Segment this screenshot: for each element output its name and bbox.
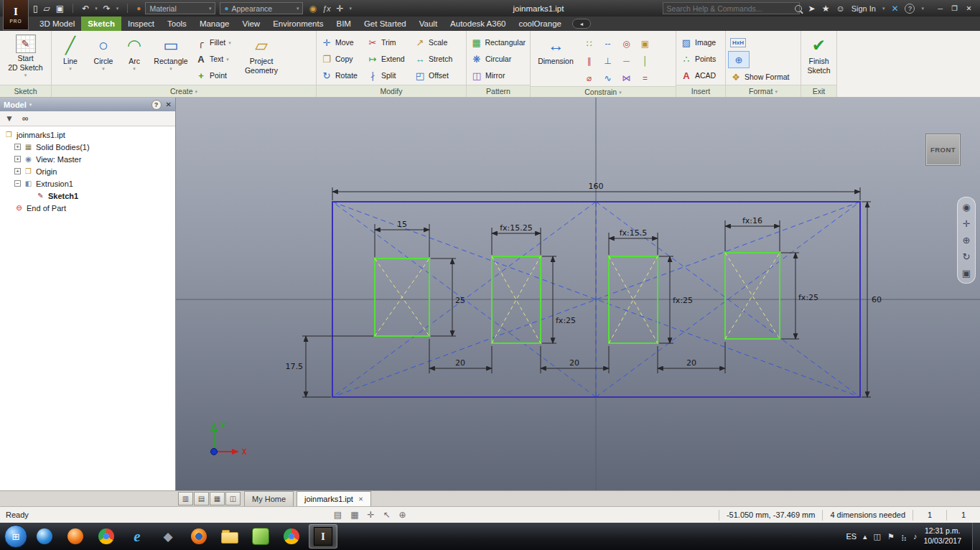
panel-label-insert[interactable]: Insert — [676, 85, 725, 97]
show-desktop-button[interactable] — [972, 523, 980, 550]
layout-icon-2[interactable]: ▤ — [194, 492, 209, 505]
redo-icon[interactable]: ↷ — [103, 4, 111, 13]
panel-label-exit[interactable]: Exit — [801, 85, 836, 97]
taskbar-orange-app-icon[interactable] — [62, 525, 89, 548]
taskbar-green-app-icon[interactable] — [247, 525, 274, 548]
circular-pattern-button[interactable]: ❋ Circular — [469, 51, 528, 67]
start-2d-sketch-button[interactable]: ✎ Start 2D Sketch ▾ — [4, 32, 48, 85]
snap-icon[interactable]: ⊕ — [399, 510, 406, 520]
project-geometry-button[interactable]: ▱ Project Geometry — [239, 32, 284, 85]
tab-inspect[interactable]: Inspect — [121, 17, 161, 31]
dimension-gap-1[interactable]: 20 — [429, 339, 492, 373]
dimension-rect1-height[interactable]: 25 — [431, 258, 465, 336]
dimension-rect1-width[interactable]: 15 — [375, 220, 429, 257]
tree-item-extrusion1[interactable]: − ◧ Extrusion1 — [0, 177, 175, 190]
tab-document-joinmarks1[interactable]: joinmarks1.ipt ✕ — [297, 491, 371, 506]
offset-button[interactable]: ◰ Offset — [412, 67, 459, 83]
trim-button[interactable]: ✂ Trim — [365, 34, 412, 50]
expand-minus-icon[interactable]: − — [14, 180, 21, 187]
sketch-profile-rect-1[interactable] — [375, 258, 429, 336]
fillet-button[interactable]: ╭ Fillet ▾ — [193, 34, 239, 50]
tab-close-icon[interactable]: ✕ — [358, 495, 363, 503]
view-cube-front-face[interactable]: FRONT — [930, 146, 956, 154]
tab-bim[interactable]: BIM — [330, 17, 357, 31]
move-button[interactable]: ✛ Move — [319, 34, 365, 50]
sketch-canvas[interactable]: 160 60 15 fx:15.25 fx:15.5 — [176, 98, 980, 490]
browser-search-icon[interactable]: ∞ — [22, 113, 29, 123]
fx-icon[interactable]: ƒx — [322, 4, 331, 13]
tree-item-end-of-part[interactable]: ⊖ End of Part — [0, 202, 175, 214]
search-icon[interactable] — [795, 5, 802, 12]
new-file-icon[interactable]: ▯ — [33, 4, 38, 13]
appearance-dropdown[interactable]: ● Appearance ▾ — [220, 2, 303, 14]
taskbar-chrome-icon[interactable] — [93, 525, 120, 548]
extend-button[interactable]: ↦ Extend — [365, 51, 412, 67]
concentric-constraint-icon[interactable]: ◎ — [617, 35, 635, 52]
dimension-bottom-offset[interactable]: 17.5 — [286, 336, 374, 397]
tab-tools[interactable]: Tools — [161, 17, 193, 31]
chevron-down-icon[interactable]: ▾ — [921, 6, 924, 11]
tab-my-home[interactable]: My Home — [244, 491, 294, 506]
chevron-down-icon[interactable]: ▾ — [116, 6, 119, 11]
filter-icon[interactable]: ▼ — [5, 113, 14, 123]
mirror-button[interactable]: ◫ Mirror — [469, 67, 528, 83]
tab-coolorange[interactable]: coolOrange — [512, 17, 567, 31]
save-icon[interactable]: ▣ — [56, 4, 64, 13]
panel-label-modify[interactable]: Modify — [317, 85, 466, 97]
finish-sketch-button[interactable]: ✔ Finish Sketch — [803, 32, 834, 85]
browser-header[interactable]: Model ▾ ? ✕ — [0, 98, 175, 111]
taskbar-clock[interactable]: 12:31 p.m. 10/03/2017 — [923, 526, 961, 546]
taskbar-chrome-icon-2[interactable] — [278, 525, 305, 548]
look-at-icon[interactable]: ▣ — [962, 269, 971, 278]
smooth-constraint-icon[interactable]: ∿ — [599, 70, 617, 86]
dimension-rect2-width[interactable]: fx:15.25 — [492, 223, 541, 255]
close-button[interactable]: ✕ — [962, 4, 976, 12]
tab-autodesk-a360[interactable]: Autodesk A360 — [444, 17, 512, 31]
equal-constraint-icon[interactable]: = — [636, 70, 654, 86]
navigation-wheel-icon[interactable]: ◉ — [962, 202, 970, 212]
start-button[interactable]: ⊞ — [4, 525, 27, 548]
panel-label-pattern[interactable]: Pattern — [467, 85, 530, 97]
chevron-down-icon[interactable]: ▾ — [350, 6, 353, 11]
image-button[interactable]: ▨ Image — [678, 34, 722, 50]
line-button[interactable]: ╱ Line ▾ — [54, 32, 87, 85]
grid-icon[interactable]: ▦ — [350, 510, 358, 520]
coincident-constraint-icon[interactable]: ∷ — [580, 35, 598, 52]
hidden-icons-arrow-icon[interactable]: ▴ — [863, 533, 867, 541]
tree-item-solid-bodies[interactable]: + ▦ Solid Bodies(1) — [0, 141, 175, 153]
fix-constraint-icon[interactable]: ▣ — [636, 35, 654, 52]
tree-item-part[interactable]: ❒ joinmarks1.ipt — [0, 129, 175, 141]
tab-sketch[interactable]: Sketch — [81, 17, 121, 31]
browser-close-icon[interactable]: ✕ — [166, 101, 172, 108]
share-icon[interactable]: ➤ — [808, 4, 816, 13]
taskbar-inkscape-icon[interactable]: ◆ — [154, 525, 182, 548]
tab-manage[interactable]: Manage — [193, 17, 236, 31]
sign-in-button[interactable]: Sign In — [851, 4, 876, 13]
symmetric-constraint-icon[interactable]: ⋈ — [617, 70, 635, 86]
circle-button[interactable]: ○ Circle ▾ — [87, 32, 120, 85]
collinear-constraint-icon[interactable]: -- — [599, 35, 617, 52]
move-widget-icon[interactable]: ✛ — [337, 4, 344, 13]
sketch-profile-rect-4[interactable] — [725, 253, 780, 339]
show-format-button[interactable]: ❖ Show Format — [728, 69, 798, 85]
tab-get-started[interactable]: Get Started — [358, 17, 413, 31]
favorites-star-icon[interactable]: ★ — [822, 4, 830, 13]
dimension-gap-2[interactable]: 20 — [541, 346, 609, 373]
flag-tray-icon[interactable]: ⚑ — [887, 533, 895, 541]
layout-icon-4[interactable]: ◫ — [225, 492, 241, 505]
taskbar-explorer-folder-icon[interactable] — [216, 525, 243, 548]
tab-view[interactable]: View — [235, 17, 266, 31]
layout-icon-1[interactable]: ▥ — [178, 492, 193, 505]
inventor-app-logo[interactable]: I PRO — [3, 0, 29, 30]
pan-icon[interactable]: ✛ — [963, 219, 971, 228]
undo-icon[interactable]: ↶ — [82, 4, 89, 13]
dimension-rect3-width[interactable]: fx:15.5 — [609, 228, 658, 255]
open-file-icon[interactable]: ▱ — [44, 4, 50, 13]
split-button[interactable]: ∤ Split — [365, 67, 412, 83]
construction-toggle-button[interactable]: ⊕ — [728, 51, 750, 68]
dimension-rect4-height[interactable]: fx:25 — [781, 253, 818, 339]
volume-tray-icon[interactable]: ♪ — [913, 533, 918, 541]
graphics-window[interactable]: 160 60 15 fx:15.25 fx:15.5 — [176, 98, 980, 490]
paint-icon[interactable]: ◉ — [309, 4, 316, 13]
network-tray-icon[interactable]: ⣦ — [901, 533, 907, 541]
